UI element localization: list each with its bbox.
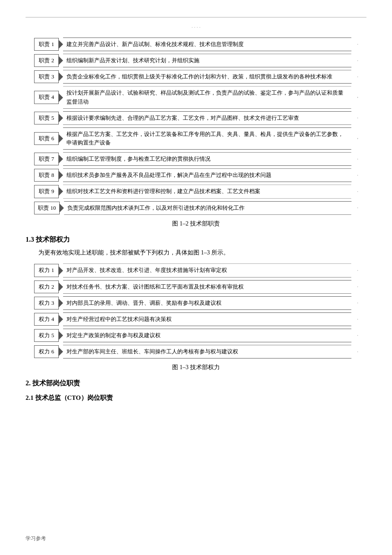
top-dots: · · · · xyxy=(26,24,366,31)
figure-1-2-caption: 图 1–2 技术部职责 xyxy=(26,220,366,228)
flow-arrow-icon xyxy=(60,204,64,212)
flow-row: 职责 6根据产品工艺方案、工艺文件，设计工艺装备和工序专用的工具、夹具、量具、检… xyxy=(34,127,358,150)
flow-label: 权力 3 xyxy=(34,297,59,309)
flow-label: 职责 1 xyxy=(34,38,59,51)
flow-content: 负责完成权限范围内技术谈判工作，以及对所引进技术的消化和转化工作 xyxy=(64,201,358,215)
flow-content: 建立并完善产品设计、新产品试制、标准化技术规程、技术信息管理制度 xyxy=(63,38,358,51)
flow-row: 权力 5对定生产政策的制定有参与权及建议权 xyxy=(34,329,358,342)
flow-arrow-icon xyxy=(59,171,63,179)
section-13-title: 1.3 技术部权力 xyxy=(26,235,366,244)
flow-arrow-icon xyxy=(59,347,63,356)
top-divider xyxy=(26,17,366,17)
flow-content: 对定生产政策的制定有参与权及建议权 xyxy=(63,329,358,342)
flow-arrow-icon xyxy=(59,72,63,81)
flow-label: 权力 5 xyxy=(34,329,59,342)
flow-content: 组织技术员参加生产服务及不良品处理工作，解决产品在生产过程中出现的技术问题 xyxy=(63,168,358,182)
flow-arrow-icon xyxy=(59,331,63,340)
flow-row: 职责 8组织技术员参加生产服务及不良品处理工作，解决产品在生产过程中出现的技术问… xyxy=(34,168,358,182)
flow-arrow-icon xyxy=(59,93,63,102)
flow-content: 对内部员工的录用、调动、晋升、调薪、奖励有参与权及建议权 xyxy=(63,296,358,310)
flow-label: 职责 8 xyxy=(34,169,59,182)
flow-content: 组织编制工艺管理制度，参与检查工艺纪律的贯彻执行情况 xyxy=(63,152,358,166)
flow-row: 权力 4对生产经营过程中的工艺技术问题有决策权 xyxy=(34,312,358,326)
flow-arrow-icon xyxy=(59,40,63,49)
flow-content: 根据产品工艺方案、工艺文件，设计工艺装备和工序专用的工具、夹具、量具、检具，提供… xyxy=(63,127,358,150)
flow-arrow-icon xyxy=(59,155,63,163)
flow-label: 职责 4 xyxy=(34,91,59,104)
section-2-title: 2. 技术部岗位职责 xyxy=(26,379,366,388)
section-21-subtitle: 2.1 技术总监（CTO）岗位职责 xyxy=(26,394,366,402)
flow-arrow-icon xyxy=(59,266,63,275)
flow-arrow-icon xyxy=(59,187,63,196)
flow-row: 职责 7组织编制工艺管理制度，参与检查工艺纪律的贯彻执行情况 xyxy=(34,152,358,166)
flow-row: 权力 1对产品开发、技术改造、技术引进、年度技术措施等计划有审定权 xyxy=(34,263,358,277)
flow-content: 对生产经营过程中的工艺技术问题有决策权 xyxy=(63,312,358,326)
flow-content: 负责企业标准化工作，组织贯彻上级关于标准化工作的计划和方针、政策，组织贯彻上级发… xyxy=(63,70,358,84)
flow-content: 组织对技术工艺文件和资料进行管理和控制，建立产品技术档案、工艺文件档案 xyxy=(63,185,358,198)
flow-content: 对生产部的车间主任、班组长、车间操作工人的考核有参与权与建议权 xyxy=(63,345,358,358)
flow-arrow-icon xyxy=(59,134,63,143)
flow-arrow-icon xyxy=(59,315,63,324)
flow-row: 职责 5根据设计要求编制先进、合理的产品工艺方案、工艺文件，对产品图样、技术文件… xyxy=(34,111,358,125)
flow-label: 职责 3 xyxy=(34,70,59,83)
flow-arrow-icon xyxy=(59,56,63,65)
flow-arrow-icon xyxy=(59,114,63,122)
flow-label: 职责 7 xyxy=(34,153,59,165)
flow-content: 对产品开发、技术改造、技术引进、年度技术措施等计划有审定权 xyxy=(63,263,358,277)
flow-row: 权力 6对生产部的车间主任、班组长、车间操作工人的考核有参与权与建议权 xyxy=(34,345,358,358)
flow-label: 职责 6 xyxy=(34,132,59,145)
flow-label: 职责 5 xyxy=(34,112,59,124)
flow-row: 职责 10负责完成权限范围内技术谈判工作，以及对所引进技术的消化和转化工作 xyxy=(34,201,358,215)
flow-row: 职责 2组织编制新产品开发计划、技术研究计划，并组织实施 xyxy=(34,54,358,67)
flow-row: 职责 3负责企业标准化工作，组织贯彻上级关于标准化工作的计划和方针、政策，组织贯… xyxy=(34,70,358,84)
flow-label: 职责 2 xyxy=(34,54,59,67)
flow-content: 对技术任务书、技术方案、设计图纸和工艺平面布置及技术标准有审批权 xyxy=(63,280,358,294)
flow-label: 权力 6 xyxy=(34,345,59,358)
section-13-intro: 为更有效地实现上述职能，技术部被赋予下列权力，具体如图 1–3 所示。 xyxy=(38,248,366,258)
flow-row: 职责 9组织对技术工艺文件和资料进行管理和控制，建立产品技术档案、工艺文件档案 xyxy=(34,185,358,198)
flow-label: 权力 2 xyxy=(34,280,59,293)
flow-content: 根据设计要求编制先进、合理的产品工艺方案、工艺文件，对产品图样、技术文件进行工艺… xyxy=(63,111,358,125)
flow-content: 按计划开展新产品设计、试验和研究、样品试制及测试工作，负责产品的试验、鉴定工作，… xyxy=(63,86,358,108)
flow-row: 权力 2对技术任务书、技术方案、设计图纸和工艺平面布置及技术标准有审批权 xyxy=(34,280,358,294)
flow-label: 职责 9 xyxy=(34,185,59,198)
flow-row: 权力 3对内部员工的录用、调动、晋升、调薪、奖励有参与权及建议权 xyxy=(34,296,358,310)
responsibilities-chart: 职责 1建立并完善产品设计、新产品试制、标准化技术规程、技术信息管理制度职责 2… xyxy=(34,38,358,215)
flow-row: 职责 4按计划开展新产品设计、试验和研究、样品试制及测试工作，负责产品的试验、鉴… xyxy=(34,86,358,108)
flow-row: 职责 1建立并完善产品设计、新产品试制、标准化技术规程、技术信息管理制度 xyxy=(34,38,358,51)
flow-arrow-icon xyxy=(59,283,63,291)
figure-1-3-caption: 图 1–3 技术部权力 xyxy=(26,364,366,371)
flow-content: 组织编制新产品开发计划、技术研究计划，并组织实施 xyxy=(63,54,358,67)
flow-arrow-icon xyxy=(59,299,63,307)
footer-text: 学习参考 xyxy=(26,535,46,542)
flow-label: 权力 1 xyxy=(34,264,59,277)
flow-label: 职责 10 xyxy=(34,202,60,214)
flow-label: 权力 4 xyxy=(34,313,59,326)
powers-chart: 权力 1对产品开发、技术改造、技术引进、年度技术措施等计划有审定权权力 2对技术… xyxy=(34,263,358,358)
